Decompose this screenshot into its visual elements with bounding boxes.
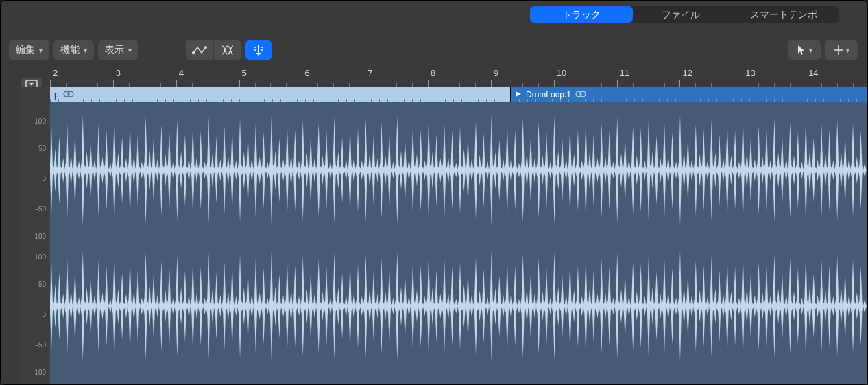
region-divider	[511, 102, 511, 384]
amplitude-label: -100	[32, 369, 46, 376]
amplitude-label: 50	[38, 281, 46, 288]
waveform-channel-left	[50, 102, 867, 238]
chevron-down-icon: ▾	[39, 47, 43, 54]
crosshair-icon	[834, 45, 843, 55]
amplitude-label: -50	[36, 341, 46, 349]
svg-marker-14	[516, 91, 521, 97]
amplitude-label: 100	[34, 117, 46, 125]
editor-tab-strip: トラック ファイル スマートテンポ	[1, 1, 867, 28]
time-ruler[interactable]: 234567891011121314	[50, 67, 867, 87]
catch-playhead-icon	[252, 44, 265, 56]
menu-edit[interactable]: 編集▾	[9, 40, 49, 60]
ruler-label: 5	[242, 68, 247, 78]
ruler-label: 2	[53, 68, 58, 78]
menu-functions-label: 機能	[60, 44, 80, 56]
tab-smart-tempo[interactable]: スマートテンポ	[729, 6, 839, 23]
automation-icon	[192, 45, 207, 56]
ruler-label: 4	[179, 68, 184, 78]
svg-point-1	[204, 46, 207, 49]
tab-file[interactable]: ファイル	[633, 6, 729, 23]
flex-icon	[221, 45, 234, 56]
audio-editor-window: トラック ファイル スマートテンポ 編集▾ 機能▾ 表示▾	[0, 0, 868, 385]
automation-button[interactable]	[186, 40, 214, 60]
pointer-tool[interactable]: ▾	[788, 40, 821, 60]
chevron-down-icon: ▾	[128, 47, 132, 54]
svg-point-16	[580, 91, 586, 97]
ruler-label: 12	[682, 68, 692, 78]
editor-toolbar: 編集▾ 機能▾ 表示▾ ▾ ▾	[1, 39, 867, 62]
ruler-label: 7	[367, 68, 372, 78]
catch-playhead-button[interactable]	[245, 40, 272, 60]
waveform-channel-right	[50, 238, 867, 374]
amplitude-label: 0	[42, 175, 46, 183]
alt-tool[interactable]: ▾	[825, 40, 858, 60]
amplitude-label: 100	[34, 253, 46, 261]
chevron-down-icon: ▾	[846, 47, 849, 54]
svg-marker-3	[256, 53, 261, 56]
pointer-icon	[797, 45, 806, 56]
ruler-label: 14	[808, 68, 818, 78]
amplitude-gutter: 100500-50-100100500-50-100	[1, 87, 50, 384]
amplitude-label: 50	[38, 145, 46, 152]
waveform-area[interactable]: p DrumLoop.1	[50, 87, 867, 384]
editor-tabs: トラック ファイル スマートテンポ	[530, 6, 839, 23]
flex-button[interactable]	[214, 40, 241, 60]
menu-functions[interactable]: 機能▾	[53, 40, 94, 60]
svg-point-13	[68, 91, 73, 97]
ruler-label: 8	[431, 68, 435, 78]
ruler-label: 10	[557, 68, 566, 78]
ruler-label: 6	[304, 68, 309, 78]
ruler-label: 11	[620, 68, 629, 78]
ruler-label: 9	[494, 68, 498, 78]
tab-track[interactable]: トラック	[530, 6, 633, 23]
ruler-label: 13	[745, 68, 755, 78]
menu-edit-label: 編集	[16, 44, 35, 56]
menu-view[interactable]: 表示▾	[98, 40, 138, 60]
region-header-a[interactable]: p	[50, 87, 511, 102]
amplitude-label: -50	[36, 205, 46, 213]
svg-point-0	[192, 51, 195, 54]
svg-marker-11	[29, 83, 34, 86]
chevron-down-icon: ▾	[84, 47, 87, 54]
menu-view-label: 表示	[105, 44, 124, 56]
amplitude-label: 0	[42, 311, 46, 318]
amplitude-label: -100	[32, 233, 46, 240]
region-header-b[interactable]: DrumLoop.1	[511, 87, 867, 102]
chevron-down-icon: ▾	[809, 47, 812, 54]
ruler-label: 3	[116, 68, 121, 78]
